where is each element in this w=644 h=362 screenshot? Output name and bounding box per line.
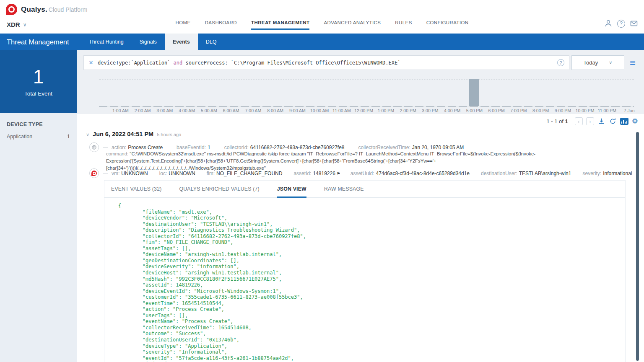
settings-gear-icon[interactable]: ⚙ [632, 117, 638, 125]
tab-dlq[interactable]: DLQ [198, 34, 225, 50]
event-field: collectorReceivedTime:Jan 20, 1970 09:05… [358, 145, 465, 150]
json-line: "deviceSeverity": "information", [118, 264, 625, 270]
histogram-toggle-icon[interactable] [620, 118, 628, 125]
tab-event-values[interactable]: EVENT VALUES (32) [111, 186, 162, 197]
event-field-value: UNKNOWN [169, 171, 195, 176]
timeline-tick-label: 7:00 PM [508, 108, 530, 113]
header-icons: ? [604, 19, 638, 28]
timeline-tick-label: 2:00 AM [132, 108, 154, 113]
brand-name: Qualys. [21, 5, 47, 13]
timeline-tick-label: 10:00 PM [574, 108, 596, 113]
vertical-scrollbar[interactable] [636, 132, 639, 361]
connector-line [103, 147, 108, 147]
timeline-tick-label: 6:00 PM [486, 108, 508, 113]
timeline-tick-label: 3:00 PM [419, 108, 441, 113]
qualys-logo[interactable]: Qualys.Cloud Platform [6, 4, 87, 15]
timeline-tick-label: 1:00 PM [375, 108, 397, 113]
tab-raw-message[interactable]: RAW MESSAGE [324, 186, 364, 197]
app-header: Qualys.Cloud Platform XDR ∨ HOME DASHBOA… [0, 0, 644, 34]
connector-line [103, 173, 108, 173]
brand-suffix: Cloud Platform [49, 6, 88, 13]
timeline-tick-label: 8:00 PM [530, 108, 552, 113]
timeline-event-bar[interactable] [469, 79, 479, 106]
nav-item-rules[interactable]: RULES [395, 20, 412, 30]
json-line: "fileName": "msdt.exe", [118, 209, 625, 215]
tab-qualys-enriched-values[interactable]: QUALYS ENRICHED VALUES (7) [179, 186, 260, 197]
nav-item-advanced-analytics[interactable]: ADVANCED ANALYTICS [324, 20, 381, 30]
download-icon[interactable] [597, 117, 605, 125]
total-event-panel: 1 Total Event [0, 50, 77, 113]
event-detail-panel: EVENT VALUES (32) QUALYS ENRICHED VALUES… [104, 180, 626, 362]
event-field-label: ioc: [159, 171, 167, 176]
event-relative-time: 5 hours ago [157, 132, 181, 137]
timeline-tick-label: 5:00 AM [198, 108, 220, 113]
results-toolbar: 1 - 1 of 1 ‹ › ⚙ [546, 117, 638, 125]
json-line: "destinationUserId": "0x13746b", [118, 337, 625, 343]
event-field: severity:Informational [582, 171, 633, 176]
facet-item[interactable]: Application 1 [7, 132, 70, 141]
pagination: 1 - 1 of 1 [546, 118, 568, 124]
nav-item-configuration[interactable]: CONFIGURATION [426, 20, 469, 30]
event-field-label: assetId: [293, 171, 311, 176]
nav-item-dashboard[interactable]: DASHBOARD [205, 20, 237, 30]
event-field: assetId:14819226⚑ [293, 171, 340, 176]
json-line: "deviceVendor": "Microsoft", [118, 215, 625, 221]
event-field-label: assetUuid: [351, 171, 374, 176]
main-content: × deviceType:`Application` and sourcePro… [77, 50, 644, 362]
json-line: "eventName": "Process Create", [118, 318, 625, 325]
prev-page-button[interactable]: ‹ [575, 117, 583, 125]
timeline-tick-labels: 1:00 AM2:00 AM3:00 AM4:00 AM5:00 AM6:00 … [109, 108, 640, 113]
timeline-tick-label: 4:00 PM [441, 108, 463, 113]
json-line: "deviceName": "arsingh-win1.testlab.inte… [118, 251, 625, 258]
module-bar: Threat Management Threat Hunting Signals… [0, 34, 644, 50]
refresh-icon[interactable] [609, 117, 617, 125]
command-value: "C:\WINDOWS\system32\msdt.exe" ms-msdt:/… [106, 151, 535, 171]
user-icon[interactable] [604, 19, 613, 28]
event-field-value: UNKNOWN [121, 171, 148, 176]
tab-threat-hunting[interactable]: Threat Hunting [81, 34, 132, 50]
facet-panel: DEVICE TYPE Application 1 [0, 113, 77, 362]
json-line: "userTags": [], [118, 313, 625, 319]
json-line: "deviceType": "Application", [118, 343, 625, 349]
timeline-axis [99, 106, 634, 107]
tab-events[interactable]: Events [165, 34, 198, 50]
json-line: "deviceEventId": "Microsoft-Windows-Sysm… [118, 288, 625, 295]
json-line: "severity": "Informational", [118, 349, 625, 355]
event-field: action:Process Create [112, 145, 164, 150]
module-tabs: Threat Hunting Signals Events DLQ [81, 34, 224, 50]
qualys-xdr-events-screen: Qualys.Cloud Platform XDR ∨ HOME DASHBOA… [0, 0, 644, 362]
total-event-count: 1 [33, 67, 44, 86]
next-page-button[interactable]: › [586, 117, 594, 125]
event-field-label: action: [112, 145, 126, 150]
event-field: assetUuid:474d6ac8-cf3d-49ac-8d4e-c65289… [351, 171, 471, 176]
event-field-label: severity: [582, 171, 601, 176]
results-panel: 1 - 1 of 1 ‹ › ⚙ [77, 114, 644, 362]
event-field-value: 64116682-2762-493a-873d-cbe760927fe8 [250, 145, 345, 150]
json-line: "fim": "NO_FILE_CHANGE_FOUND", [118, 239, 625, 246]
event-timeline-chart: 1:00 AM2:00 AM3:00 AM4:00 AM5:00 AM6:00 … [77, 50, 644, 114]
timeline-tick-label: 9:00 PM [552, 108, 574, 113]
event-field-label: baseEventId: [177, 145, 206, 150]
json-line: "eventId": "57fa5cde-a116-43f5-a261-1b88… [118, 355, 625, 362]
event-field-label: vm: [112, 171, 119, 176]
detail-tabs: EVENT VALUES (32) QUALYS ENRICHED VALUES… [104, 181, 625, 198]
help-icon[interactable]: ? [617, 20, 625, 28]
event-field: destinationUser:TESTLAB\arsingh-win1 [481, 171, 572, 176]
json-line: "action": "Process Create", [118, 306, 625, 313]
event-field: vm:UNKNOWN [112, 171, 149, 176]
tab-signals[interactable]: Signals [132, 34, 165, 50]
collapse-event-icon[interactable]: ∨ [86, 132, 89, 137]
timeline-tick-label: 6:00 AM [220, 108, 242, 113]
timeline-tick-label: 8:00 AM [264, 108, 286, 113]
json-line: "md5Hash": "992C3F0CC8180F2F51156671E027… [118, 276, 625, 282]
nav-item-threat-management[interactable]: THREAT MANAGEMENT [251, 20, 309, 30]
mail-icon[interactable] [630, 19, 638, 28]
timeline-tick-label: 1:00 AM [109, 108, 132, 113]
timeline-tick-label: 2:00 PM [397, 108, 419, 113]
json-line: "assetId": 14819226, [118, 282, 625, 288]
nav-item-home[interactable]: HOME [175, 20, 190, 30]
tab-json-view[interactable]: JSON VIEW [277, 186, 306, 198]
facet-group-title: DEVICE TYPE [7, 122, 70, 127]
timeline-tick-label: 11:00 PM [596, 108, 618, 113]
total-event-label: Total Event [24, 90, 52, 97]
